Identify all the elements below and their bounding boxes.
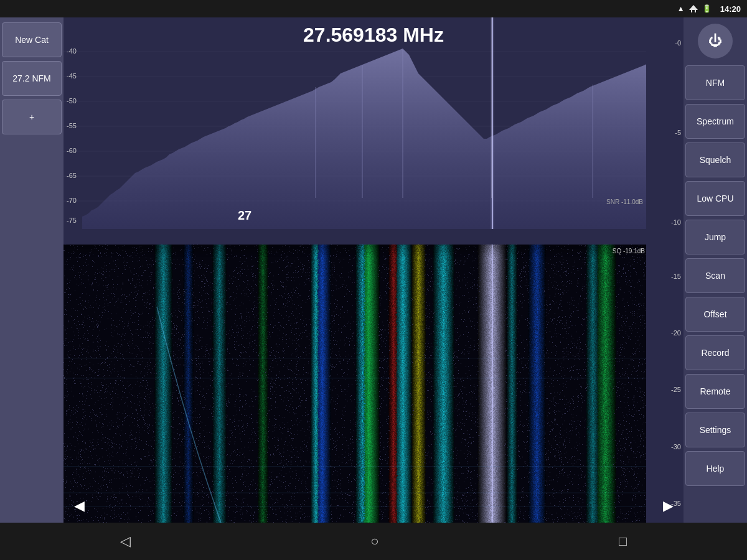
- wf-db-25: -25: [649, 386, 681, 393]
- svg-text:-70: -70: [67, 197, 77, 204]
- spectrum-graph: -40 -45 -50 -55 -60 -65 -70 -75: [63, 17, 646, 229]
- add-button[interactable]: +: [2, 100, 62, 134]
- svg-text:-55: -55: [67, 122, 77, 129]
- new-cat-button[interactable]: New Cat: [2, 22, 62, 57]
- remote-button[interactable]: Remote: [685, 374, 745, 409]
- spectrum-display[interactable]: 27.569183 MHz -40 -45 -50 -55 -60 -65 -7…: [63, 17, 684, 229]
- low-cpu-button[interactable]: Low CPU: [685, 181, 745, 216]
- status-bar: ▲ 🔋 14:20: [0, 0, 747, 17]
- waterfall-display[interactable]: [63, 245, 646, 535]
- scroll-left-button[interactable]: ◀: [63, 490, 95, 521]
- svg-text:-45: -45: [67, 72, 77, 80]
- svg-text:-50: -50: [67, 97, 77, 105]
- nfm-button[interactable]: NFM: [685, 65, 745, 100]
- bottom-navigation: ◁ ○ □: [0, 523, 747, 560]
- wf-db-20: -20: [649, 329, 681, 337]
- svg-text:-40: -40: [67, 47, 77, 55]
- wf-db-30: -30: [649, 443, 681, 450]
- db-scale-5: -5: [649, 129, 681, 136]
- db-scale-10: -10: [649, 218, 681, 226]
- scroll-right-button[interactable]: ▶: [652, 490, 684, 521]
- back-button[interactable]: ◁: [108, 527, 143, 556]
- jump-button[interactable]: Jump: [685, 220, 745, 254]
- svg-text:-65: -65: [67, 172, 77, 179]
- home-button[interactable]: ○: [358, 527, 391, 556]
- left-panel: New Cat 27.2 NFM +: [0, 17, 63, 535]
- record-button[interactable]: Record: [685, 335, 745, 370]
- frequency-display: 27.569183 MHz: [63, 24, 684, 47]
- waterfall-canvas: [63, 245, 646, 535]
- wf-db-15: -15: [649, 273, 681, 280]
- snr-label: SNR -11.0dB: [606, 198, 643, 205]
- status-time: 14:20: [720, 4, 741, 14]
- help-button[interactable]: Help: [685, 451, 745, 486]
- mode-button[interactable]: 27.2 NFM: [2, 61, 62, 96]
- svg-text:-60: -60: [67, 147, 77, 154]
- signal-icon: [688, 4, 698, 14]
- right-panel: ⏻ NFM Spectrum Squelch Low CPU Jump Scan…: [684, 17, 747, 535]
- scan-button[interactable]: Scan: [685, 258, 745, 293]
- settings-button[interactable]: Settings: [685, 413, 745, 447]
- squelch-button[interactable]: Squelch: [685, 142, 745, 177]
- recent-button[interactable]: □: [606, 527, 639, 556]
- svg-text:-75: -75: [67, 217, 77, 224]
- squelch-label: SQ -19.1dB: [613, 248, 645, 254]
- offset-button[interactable]: Offset: [685, 297, 745, 332]
- svg-rect-18: [491, 17, 494, 229]
- power-icon: ⏻: [708, 33, 722, 49]
- battery-icon: 🔋: [702, 4, 712, 13]
- wifi-icon: ▲: [677, 4, 685, 13]
- spectrum-button[interactable]: Spectrum: [685, 104, 745, 139]
- power-button[interactable]: ⏻: [698, 24, 733, 58]
- svg-text:27: 27: [238, 208, 251, 222]
- main-spectrum-area: 27.569183 MHz -40 -45 -50 -55 -60 -65 -7…: [63, 17, 684, 535]
- frequency-axis: 6.8 26.9 27.1 27.2 27.3 27.4 27.5 27.6 2…: [63, 226, 646, 229]
